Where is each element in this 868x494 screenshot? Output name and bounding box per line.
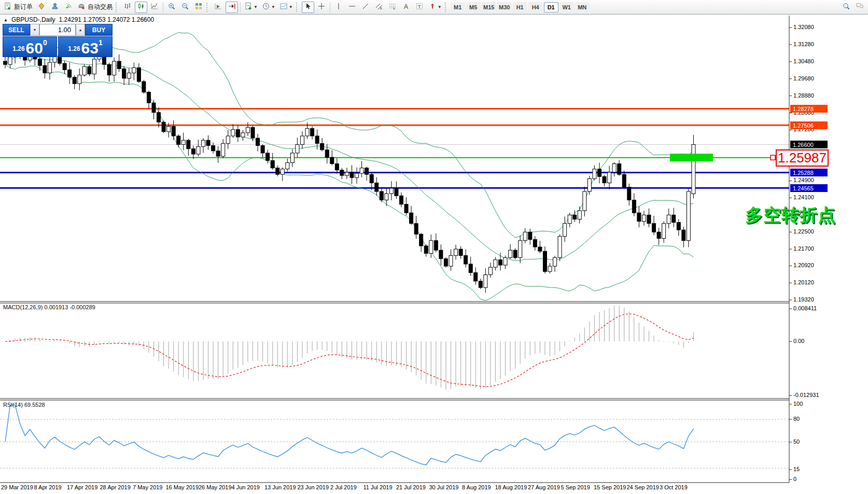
chinese-note-text[interactable]: 多空转折点 [745, 203, 836, 227]
equidistant-channel-icon: E [375, 2, 383, 12]
buy-button[interactable]: BUY [85, 24, 113, 36]
chat-icon [856, 2, 864, 12]
periods-clock-icon [262, 2, 270, 12]
arrows-icon [428, 2, 437, 12]
auto-scroll-icon [214, 2, 222, 12]
svg-text:A: A [404, 3, 408, 10]
toolbar-separator [240, 2, 241, 12]
tile-windows-button[interactable] [192, 2, 205, 13]
arrows-tool-button[interactable]: ▼ [427, 2, 443, 13]
buy-price-box[interactable]: 1.26 63 1 [58, 36, 113, 57]
rsi-indicator-label: RSI(14) 69.5528 [3, 402, 45, 408]
main-toolbar: 新订单 自动交易 ▼ ▼ ▼ E F A T ▼ M1M5M15M30H1H4D… [0, 0, 868, 15]
market-icon [37, 2, 46, 12]
timeframe-d1-button[interactable]: D1 [544, 2, 558, 12]
timeframe-m5-button[interactable]: M5 [466, 2, 481, 12]
autotrading-button[interactable]: 自动交易 [76, 2, 114, 13]
svg-text:E: E [380, 7, 382, 10]
chart-ohlc-values: 1.24291 1.27053 1.24072 1.26600 [59, 16, 155, 23]
volume-increase-button[interactable]: ▲ [76, 24, 85, 36]
indicators-icon [244, 2, 253, 12]
crosshair-tool-button[interactable] [315, 2, 328, 13]
zoom-in-icon [167, 2, 176, 12]
signals-icon [64, 2, 73, 12]
toolbar-drag-handle[interactable] [116, 3, 119, 12]
highlight-rectangle[interactable] [670, 154, 713, 161]
new-order-icon [4, 2, 12, 12]
volume-decrease-button[interactable]: ▼ [30, 24, 39, 36]
dropdown-caret-icon: ▼ [438, 5, 442, 9]
sell-price-prefix: 1.26 [12, 45, 24, 52]
toolbar-separator [330, 2, 330, 12]
indicators-button[interactable]: ▼ [243, 2, 259, 13]
periods-button[interactable]: ▼ [260, 2, 277, 13]
sell-button[interactable]: SELL [3, 24, 30, 36]
sell-price-sup: 0 [43, 38, 47, 47]
channel-tool-button[interactable]: E [373, 2, 385, 13]
horizontal-line-tool-button[interactable] [346, 2, 358, 13]
templates-button[interactable]: ▼ [278, 2, 295, 13]
zoom-out-icon [181, 2, 189, 12]
toolbar-drag-handle[interactable] [296, 3, 299, 12]
timeframe-h4-button[interactable]: H4 [528, 2, 543, 12]
timeframe-m15-button[interactable]: M15 [482, 2, 496, 12]
autotrading-icon [77, 2, 86, 12]
one-click-trade-panel: SELL ▼ 1.00 ▲ BUY 1.26 60 0 1.26 63 1 [3, 24, 113, 57]
bar-chart-icon [123, 2, 132, 12]
text-a-icon: A [402, 2, 410, 12]
timeframe-h1-button[interactable]: H1 [513, 2, 527, 12]
timeframe-w1-button[interactable]: W1 [559, 2, 574, 12]
cursor-tool-button[interactable] [302, 2, 314, 13]
toolbar-drag-handle[interactable] [445, 3, 448, 12]
tile-windows-icon [194, 2, 203, 12]
chat-button[interactable] [853, 2, 866, 13]
zoom-in-button[interactable] [165, 2, 178, 13]
dropdown-caret-icon: ▼ [271, 5, 275, 9]
chart-shift-icon [228, 2, 236, 12]
auto-scroll-button[interactable] [212, 2, 225, 13]
chart-symbol-period: GBPUSD-,Daily [11, 16, 55, 23]
candlestick-icon [137, 2, 145, 12]
cursor-icon [304, 2, 312, 12]
annotation-anchor-icon [771, 155, 775, 160]
collapse-panel-icon[interactable]: ▲ [4, 18, 8, 22]
new-order-button[interactable]: 新订单 [2, 2, 34, 13]
text-tool-button[interactable]: A [400, 2, 412, 13]
text-label-icon: T [415, 2, 424, 12]
bar-chart-mode-button[interactable] [121, 2, 134, 13]
search-icon [842, 2, 850, 12]
community-icon [51, 2, 59, 12]
search-button[interactable] [840, 2, 852, 13]
toolbar-drag-handle[interactable] [206, 3, 209, 12]
autotrading-label: 自动交易 [88, 3, 113, 11]
market-button[interactable] [35, 2, 48, 13]
svg-text:F: F [393, 7, 395, 10]
fibonacci-tool-button[interactable]: F [386, 2, 399, 13]
trendline-icon [361, 2, 370, 12]
line-chart-icon [150, 2, 159, 12]
toolbar-separator [163, 2, 163, 12]
community-button[interactable] [49, 2, 61, 13]
line-chart-mode-button[interactable] [148, 2, 161, 13]
svg-text:T: T [418, 4, 421, 9]
signals-button[interactable] [62, 2, 75, 13]
price-annotation-box[interactable]: 1.25987 [776, 149, 829, 167]
volume-input[interactable]: 1.00 [39, 24, 76, 36]
chart-canvas[interactable] [0, 0, 868, 494]
macd-indicator-label: MACD(12,26,9) 0.001913 -0.000289 [3, 304, 95, 310]
timeframe-mn-button[interactable]: MN [575, 2, 590, 12]
dropdown-caret-icon: ▼ [289, 5, 293, 9]
text-label-tool-button[interactable]: T [413, 2, 426, 13]
chart-shift-button[interactable] [226, 2, 238, 13]
buy-price-sup: 1 [99, 38, 103, 47]
sell-price-box[interactable]: 1.26 60 0 [3, 36, 57, 57]
fibonacci-icon: F [388, 2, 397, 12]
timeframe-m30-button[interactable]: M30 [497, 2, 512, 12]
timeframe-m1-button[interactable]: M1 [451, 2, 465, 12]
trendline-tool-button[interactable] [359, 2, 372, 13]
zoom-out-button[interactable] [179, 2, 191, 13]
vertical-line-tool-button[interactable] [332, 2, 345, 13]
horizontal-line-icon [348, 2, 356, 12]
candlestick-mode-button[interactable] [135, 2, 147, 13]
templates-icon [279, 2, 288, 12]
